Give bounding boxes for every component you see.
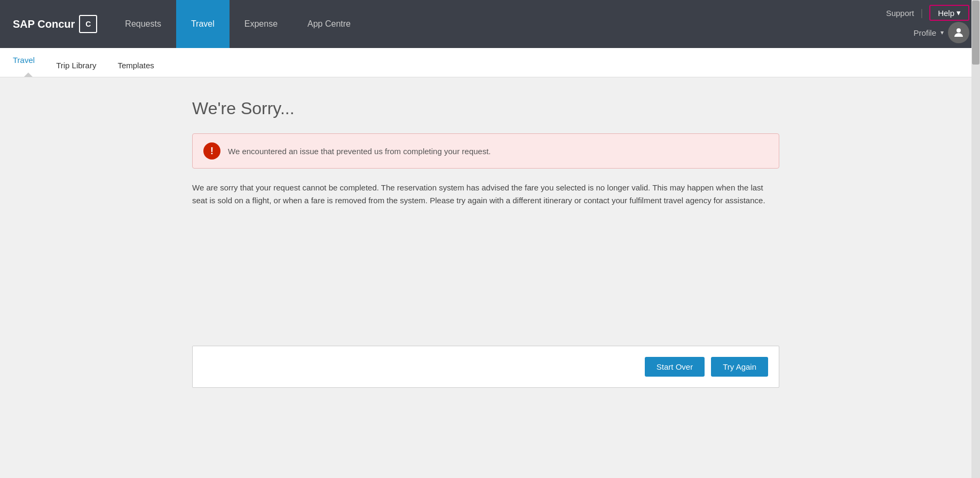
error-icon: !: [203, 142, 220, 160]
error-alert-box: ! We encountered an issue that prevented…: [192, 133, 779, 169]
sub-nav-travel-wrapper: Travel: [11, 50, 45, 77]
help-label: Help: [938, 9, 954, 18]
nav-divider: |: [920, 7, 923, 19]
start-over-button[interactable]: Start Over: [645, 357, 705, 377]
profile-chevron-icon: ▾: [941, 29, 944, 36]
help-chevron-icon: ▾: [957, 8, 961, 18]
main-content: We're Sorry... ! We encountered an issue…: [0, 77, 854, 409]
profile-label: Profile: [913, 28, 936, 37]
main-nav-links: Requests Travel Expense App Centre: [110, 0, 366, 48]
active-tab-caret-icon: [24, 73, 33, 77]
nav-requests[interactable]: Requests: [110, 0, 176, 48]
sorry-title: We're Sorry...: [192, 99, 854, 118]
scrollbar-thumb[interactable]: [972, 1, 979, 65]
nav-app-centre[interactable]: App Centre: [293, 0, 366, 48]
avatar: [948, 22, 969, 43]
support-help-area: Support | Help ▾: [886, 5, 969, 21]
sub-nav-templates[interactable]: Templates: [107, 55, 164, 77]
nav-travel[interactable]: Travel: [176, 0, 230, 48]
brand-logo: SAP Concur C: [0, 15, 110, 33]
profile-area[interactable]: Profile ▾: [913, 22, 969, 43]
action-box: Start Over Try Again: [192, 346, 779, 388]
top-nav-right: Support | Help ▾ Profile ▾: [886, 5, 980, 43]
svg-point-0: [957, 28, 961, 33]
sub-navigation: Travel Trip Library Templates: [0, 48, 980, 77]
try-again-button[interactable]: Try Again: [711, 357, 768, 377]
error-inline-message: We encountered an issue that prevented u…: [228, 147, 491, 156]
nav-expense[interactable]: Expense: [230, 0, 293, 48]
sub-nav-travel[interactable]: Travel: [11, 50, 45, 71]
error-body-text: We are sorry that your request cannot be…: [192, 181, 779, 207]
sub-nav-links: Travel Trip Library Templates: [11, 48, 165, 77]
support-link[interactable]: Support: [886, 9, 914, 18]
brand-logo-box: C: [79, 15, 97, 33]
help-button[interactable]: Help ▾: [929, 5, 969, 21]
scrollbar[interactable]: [971, 0, 980, 478]
top-navigation: SAP Concur C Requests Travel Expense App…: [0, 0, 980, 48]
sub-nav-trip-library[interactable]: Trip Library: [45, 55, 107, 77]
brand-name: SAP Concur: [13, 18, 75, 30]
